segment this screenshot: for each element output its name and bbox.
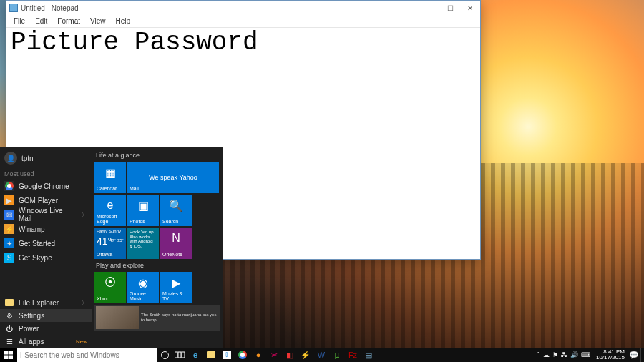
weather-condition: Partly Sunny: [97, 229, 121, 233]
winamp-icon: ⚡: [4, 224, 14, 234]
menu-help[interactable]: Help: [112, 17, 135, 25]
svg-rect-4: [175, 352, 177, 358]
taskbar-app-snip[interactable]: ✂: [266, 348, 282, 362]
menu-view[interactable]: View: [86, 17, 110, 25]
taskbar-app-notepad[interactable]: ▤: [361, 348, 376, 362]
task-view-button[interactable]: [172, 348, 187, 362]
taskbar-app-winamp[interactable]: ⚡: [298, 348, 313, 362]
app-windows-live-mail[interactable]: ✉ Windows Live Mail 〉: [0, 207, 92, 222]
menu-file[interactable]: File: [9, 17, 29, 25]
cortana-button[interactable]: [157, 348, 172, 362]
notepad-titlebar[interactable]: Untitled - Notepad — ☐ ✕: [6, 1, 480, 15]
taskbar-app-irfan[interactable]: ◧: [282, 348, 298, 362]
user-account-button[interactable]: 👤 tptn: [0, 147, 92, 169]
phone-tile-text: Hook 'em up. Also works with Android & i…: [127, 228, 159, 259]
tile-mail[interactable]: We speak Yahoo Mail: [127, 162, 219, 193]
start-left-column: 👤 tptn Most used Google Chrome ▶ GOM Pla…: [0, 147, 92, 348]
tray-flag-icon[interactable]: ⚑: [552, 351, 558, 358]
close-button[interactable]: ✕: [460, 1, 480, 15]
tile-xbox[interactable]: ⦿ Xbox: [94, 272, 126, 303]
tile-weather[interactable]: Partly Sunny 41° 47° 35° Ottawa: [94, 228, 126, 259]
minimize-button[interactable]: —: [420, 1, 440, 15]
mail-icon: ✉: [4, 210, 14, 220]
taskbar-app-store[interactable]: ⇩: [219, 348, 235, 362]
taskbar-app-explorer[interactable]: [203, 348, 219, 362]
tile-phone-companion[interactable]: Hook 'em up. Also works with Android & i…: [127, 228, 159, 259]
nav-file-explorer[interactable]: File Explorer 〉: [0, 296, 92, 309]
show-desktop-button[interactable]: [640, 348, 644, 362]
tile-search[interactable]: 🔍 Search: [160, 195, 192, 226]
menu-format[interactable]: Format: [53, 17, 84, 25]
nav-settings[interactable]: ⚙ Settings: [0, 309, 92, 322]
taskbar-clock[interactable]: 8:41 PM 10/17/2015: [593, 348, 628, 362]
start-button[interactable]: [0, 348, 17, 362]
svg-rect-1: [9, 351, 14, 355]
chevron-right-icon: 〉: [82, 211, 87, 219]
taskbar-app-word[interactable]: W: [313, 348, 329, 362]
nav-power[interactable]: ⏻ Power: [0, 322, 92, 335]
nav-label: Power: [19, 325, 39, 333]
app-gom-player[interactable]: ▶ GOM Player: [0, 193, 92, 207]
notepad-title: Untitled - Notepad: [21, 4, 79, 12]
getstarted-icon: ✦: [4, 238, 14, 248]
new-badge: New: [76, 338, 87, 345]
search-input[interactable]: [24, 351, 155, 359]
app-label: Get Skype: [19, 254, 52, 262]
xbox-icon: ⦿: [104, 276, 116, 289]
tile-edge[interactable]: e Microsoft Edge: [94, 195, 126, 226]
folder-icon: [207, 351, 215, 358]
app-get-skype[interactable]: S Get Skype: [0, 250, 92, 265]
action-center-button[interactable]: 💬: [628, 348, 640, 362]
start-tiles: Life at a glance ▦ Calendar We speak Yah…: [92, 147, 223, 348]
tile-groove[interactable]: ◉ Groove Music: [127, 272, 159, 303]
maximize-button[interactable]: ☐: [440, 1, 460, 15]
music-icon: ◉: [138, 276, 148, 290]
taskbar-app-chrome[interactable]: [235, 348, 250, 362]
nav-all-apps[interactable]: ☰ All apps New: [0, 335, 92, 348]
tray-chevron-icon[interactable]: ˄: [537, 351, 540, 358]
svg-rect-0: [4, 351, 9, 355]
taskbar-app-gom[interactable]: ●: [250, 348, 266, 362]
app-label: Winamp: [19, 225, 45, 233]
tile-news[interactable]: The Smith says no to marijuana but yes t…: [94, 305, 220, 331]
mail-tile-text: We speak Yahoo: [127, 162, 219, 193]
taskview-icon: [175, 351, 185, 358]
tray-volume-icon[interactable]: 🔊: [570, 351, 578, 358]
edge-icon: e: [107, 199, 114, 212]
taskbar-app-filezilla[interactable]: Fz: [345, 348, 361, 362]
app-label: GOM Player: [19, 197, 58, 205]
power-icon: ⏻: [4, 323, 14, 333]
tile-photos[interactable]: ▣ Photos: [127, 195, 159, 226]
tray-input-icon[interactable]: ⌨: [581, 351, 590, 358]
tile-movies[interactable]: ▶ Movies & TV: [160, 272, 192, 303]
allapps-icon: ☰: [4, 336, 14, 346]
section-play: Play and explore: [94, 260, 220, 272]
taskbar-search[interactable]: |: [17, 348, 157, 362]
weather-hilo: 47° 35°: [109, 238, 124, 243]
search-icon: 🔍: [169, 199, 183, 212]
chevron-right-icon: 〉: [82, 299, 87, 307]
svg-rect-5: [178, 352, 181, 358]
taskbar-app-edge[interactable]: e: [187, 348, 203, 362]
movies-icon: ▶: [172, 276, 180, 290]
clock-date: 10/17/2015: [596, 355, 625, 361]
notepad-icon: [9, 4, 18, 12]
menu-edit[interactable]: Edit: [31, 17, 52, 25]
nav-label: All apps: [19, 338, 44, 346]
tray-network-icon[interactable]: 🖧: [561, 351, 567, 358]
app-get-started[interactable]: ✦ Get Started: [0, 236, 92, 250]
chrome-icon: [238, 351, 247, 359]
app-google-chrome[interactable]: Google Chrome: [0, 179, 92, 193]
gear-icon: ⚙: [4, 310, 14, 321]
app-winamp[interactable]: ⚡ Winamp: [0, 222, 92, 236]
windows-logo-icon: [4, 351, 13, 359]
user-avatar-icon: 👤: [4, 152, 17, 165]
system-tray[interactable]: ˄ ☁ ⚑ 🖧 🔊 ⌨: [534, 348, 593, 362]
app-label: Windows Live Mail: [19, 207, 77, 222]
tile-calendar[interactable]: ▦ Calendar: [94, 162, 126, 193]
tray-onedrive-icon[interactable]: ☁: [543, 351, 550, 358]
calendar-icon: ▦: [105, 166, 116, 180]
tile-onenote[interactable]: N OneNote: [160, 228, 192, 259]
taskbar-app-utorrent[interactable]: µ: [329, 348, 345, 362]
cortana-icon: [161, 351, 169, 359]
